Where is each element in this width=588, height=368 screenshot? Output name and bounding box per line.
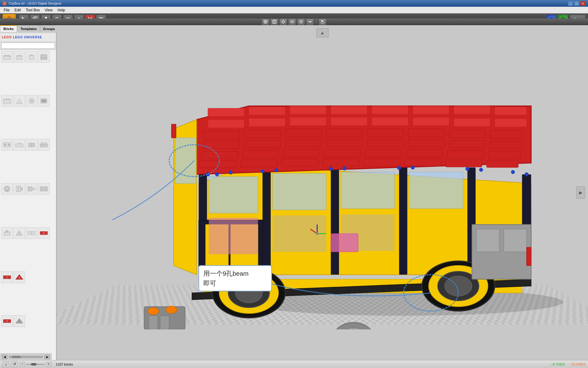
tab-groups[interactable]: Groups [40, 25, 58, 32]
svg-rect-166 [160, 316, 169, 329]
scroll-thumb[interactable] [12, 356, 21, 358]
svg-rect-104 [454, 106, 490, 114]
svg-text:?: ? [31, 232, 32, 235]
statusbar-left: ⌂ ↺ − + 1107 bricks [2, 361, 548, 367]
svg-rect-136 [447, 151, 484, 158]
brick-cell[interactable] [13, 95, 25, 107]
brick-cell[interactable] [1, 227, 13, 239]
view-btn-5[interactable] [297, 18, 305, 25]
search-input[interactable] [1, 43, 55, 49]
svg-rect-133 [324, 150, 361, 157]
status-back-btn[interactable]: ↺ [11, 361, 18, 367]
svg-rect-102 [372, 106, 408, 114]
svg-rect-142 [364, 159, 400, 166]
svg-rect-95 [341, 172, 394, 209]
brick-cell[interactable] [38, 183, 50, 195]
svg-rect-107 [249, 118, 285, 127]
universe-logo-text: LEGO UNIVERSE [13, 36, 42, 39]
viewport-scroll-right[interactable]: ▶ [576, 186, 585, 199]
svg-rect-100 [290, 106, 326, 114]
brick-cell[interactable] [26, 51, 37, 63]
svg-text:?: ? [6, 320, 8, 323]
maximize-button[interactable]: □ [574, 1, 579, 6]
svg-rect-69 [4, 232, 10, 235]
svg-rect-138 [200, 161, 236, 168]
scroll-right-btn[interactable]: ▶ [44, 355, 50, 359]
menu-toolbox[interactable]: Tool Box [23, 7, 42, 13]
brick-cell[interactable] [13, 51, 25, 63]
brick-cell[interactable] [1, 139, 13, 151]
brick-cell[interactable] [38, 139, 50, 151]
brick-cell[interactable] [13, 227, 25, 239]
svg-point-71 [18, 233, 20, 235]
brick-cell[interactable] [26, 95, 37, 107]
titlebar-left: 🧱 CityBus.lxf - LEGO Digital Designer [2, 2, 62, 6]
svg-rect-130 [202, 151, 238, 159]
svg-point-195 [316, 232, 318, 235]
brick-cell[interactable] [13, 183, 25, 195]
brick-cell[interactable] [13, 139, 25, 151]
tab-templates[interactable]: Templates [17, 25, 40, 32]
svg-rect-106 [208, 120, 244, 128]
viewport-scroll-up[interactable]: ▲ [316, 28, 329, 37]
svg-rect-96 [409, 172, 463, 209]
svg-rect-135 [406, 150, 443, 157]
svg-rect-33 [16, 56, 22, 59]
view-btn-6[interactable] [306, 18, 314, 25]
svg-rect-111 [413, 117, 449, 126]
svg-rect-171 [504, 229, 526, 252]
view-btn-2[interactable] [270, 18, 278, 25]
brick-cell[interactable]: ? [26, 227, 37, 239]
brick-grid: ● ? ? ! ? ? ? [0, 50, 56, 360]
brick-cell[interactable] [38, 95, 50, 107]
svg-rect-57 [44, 143, 46, 144]
brick-cell[interactable]: ? [13, 315, 25, 327]
svg-point-184 [329, 167, 333, 171]
menu-help[interactable]: Help [55, 7, 68, 13]
brick-cell[interactable] [38, 51, 50, 63]
svg-rect-110 [372, 117, 408, 126]
svg-rect-109 [331, 117, 367, 126]
close-button[interactable]: ✕ [580, 1, 586, 6]
svg-rect-129 [490, 141, 522, 148]
svg-rect-125 [326, 140, 363, 147]
svg-point-187 [411, 166, 415, 169]
menu-file[interactable]: File [1, 7, 12, 13]
svg-rect-90 [399, 167, 407, 274]
svg-rect-93 [209, 177, 258, 213]
zoom-in-btn[interactable]: + [46, 362, 51, 367]
hand-tool[interactable] [318, 18, 326, 25]
svg-rect-65 [32, 188, 35, 190]
view-btn-3[interactable] [279, 18, 287, 25]
panel-scroll-bar[interactable]: ◀ ▶ [0, 353, 52, 360]
svg-rect-118 [367, 129, 404, 137]
brick-cell[interactable] [26, 139, 37, 151]
brick-cell[interactable]: ● [1, 183, 13, 195]
zoom-slider[interactable] [26, 364, 45, 365]
zoom-out-btn[interactable]: − [20, 362, 25, 367]
brick-cell[interactable]: ? [1, 315, 13, 327]
brick-cell[interactable]: ? [13, 271, 25, 283]
brick-cell[interactable] [1, 51, 13, 63]
net-up: ↑ 18.2KB/S [569, 362, 586, 366]
tab-bricks[interactable]: Bricks [0, 25, 17, 32]
scroll-left-btn[interactable]: ◀ [2, 355, 7, 359]
svg-rect-52 [16, 144, 23, 147]
view-btn-4[interactable] [288, 18, 296, 25]
status-home-btn[interactable]: ⌂ [2, 361, 9, 367]
brick-cell[interactable] [26, 183, 37, 195]
view-btn-1[interactable] [262, 18, 270, 25]
brick-cell[interactable] [1, 95, 13, 107]
svg-rect-131 [243, 151, 279, 158]
svg-rect-40 [3, 99, 11, 104]
brick-cell[interactable]: ? [38, 227, 50, 239]
svg-rect-124 [285, 140, 322, 147]
menu-view[interactable]: View [42, 7, 55, 13]
svg-rect-119 [408, 129, 445, 137]
svg-rect-63 [21, 187, 22, 190]
minimize-button[interactable]: _ [568, 1, 573, 6]
brick-cell[interactable]: ! [1, 271, 13, 283]
svg-point-30 [4, 55, 6, 56]
menu-edit[interactable]: Edit [12, 7, 23, 13]
svg-rect-88 [262, 170, 271, 275]
